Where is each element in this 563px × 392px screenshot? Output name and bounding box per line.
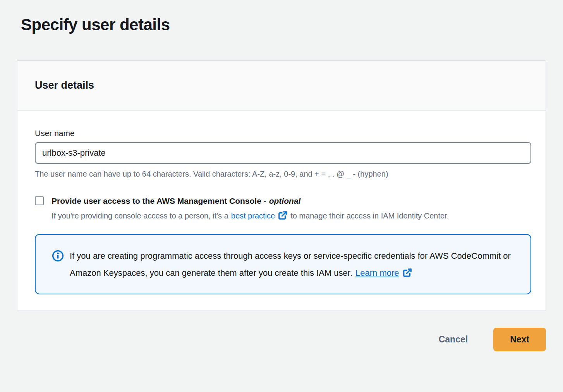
external-link-icon <box>402 268 412 278</box>
console-access-description-suffix: to manage their access in IAM Identity C… <box>290 211 449 220</box>
info-alert-text: If you are creating programmatic access … <box>70 248 515 282</box>
card-body: User name The user name can have up to 6… <box>17 111 546 310</box>
user-name-label: User name <box>35 128 531 139</box>
user-name-input[interactable] <box>35 142 531 164</box>
console-access-row: Provide user access to the AWS Managemen… <box>35 195 531 222</box>
console-access-label: Provide user access to the AWS Managemen… <box>51 195 449 206</box>
console-access-description: If you're providing console access to a … <box>51 210 449 222</box>
optional-label: optional <box>269 196 301 205</box>
user-name-hint: The user name can have up to 64 characte… <box>35 169 531 179</box>
user-details-card: User details User name The user name can… <box>17 60 546 310</box>
wizard-footer: Cancel Next <box>17 328 546 351</box>
info-icon <box>52 250 64 262</box>
best-practice-link[interactable]: best practice <box>231 211 275 220</box>
console-access-checkbox[interactable] <box>35 196 44 205</box>
console-access-label-text: Provide user access to the AWS Managemen… <box>51 196 266 205</box>
external-link-icon <box>278 210 288 220</box>
console-access-text: Provide user access to the AWS Managemen… <box>51 195 449 222</box>
info-alert: If you are creating programmatic access … <box>35 234 531 294</box>
next-button[interactable]: Next <box>493 328 546 351</box>
page: Specify user details User details User n… <box>0 0 563 363</box>
page-title: Specify user details <box>21 14 546 36</box>
cancel-button[interactable]: Cancel <box>437 330 469 349</box>
info-alert-message: If you are creating programmatic access … <box>70 251 511 278</box>
console-access-description-text: If you're providing console access to a … <box>51 211 228 220</box>
user-name-field: User name The user name can have up to 6… <box>35 128 531 179</box>
card-title: User details <box>35 79 94 91</box>
card-header: User details <box>17 61 546 111</box>
learn-more-link[interactable]: Learn more <box>355 268 399 278</box>
